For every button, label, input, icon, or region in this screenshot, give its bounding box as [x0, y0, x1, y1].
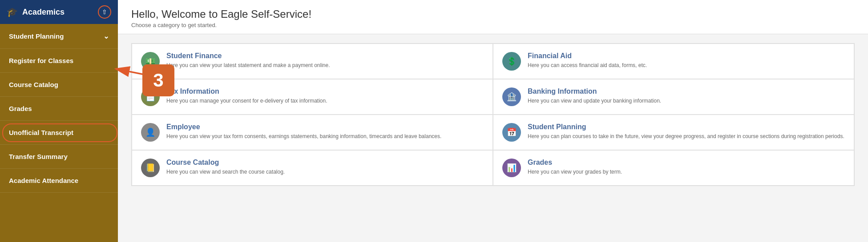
sidebar-item-label: Transfer Summary: [9, 153, 68, 160]
sidebar: 🎓 Academics ⇧ Student Planning ⌄ Registe…: [0, 0, 118, 242]
main-content-area: Hello, Welcome to Eagle Self-Service! Ch…: [118, 0, 868, 242]
banking-icon: 🏦: [502, 87, 521, 106]
page-header: Hello, Welcome to Eagle Self-Service! Ch…: [118, 0, 868, 34]
sidebar-item-transfer-summary[interactable]: Transfer Summary: [0, 145, 118, 169]
card-student-planning[interactable]: 📅 Student Planning Here you can plan cou…: [493, 115, 854, 150]
student-planning-icon: 📅: [502, 123, 521, 142]
card-description: Here you can view and update your bankin…: [528, 97, 661, 105]
card-banking-information[interactable]: 🏦 Banking Information Here you can view …: [493, 79, 854, 115]
card-title: Student Finance: [166, 52, 330, 60]
sidebar-item-grades[interactable]: Grades: [0, 97, 118, 121]
card-description: Here you can access financial aid data, …: [528, 62, 647, 69]
card-title: Tax Information: [166, 87, 327, 95]
tax-info-icon: 📄: [141, 87, 160, 106]
card-financial-aid[interactable]: 💲 Financial Aid Here you can access fina…: [493, 44, 854, 79]
card-title: Grades: [528, 159, 622, 167]
sidebar-item-register-for-classes[interactable]: Register for Classes: [0, 49, 118, 73]
sidebar-item-label: Course Catalog: [9, 81, 58, 88]
graduation-cap-icon: 🎓: [7, 7, 18, 17]
card-description: Here you can view your grades by term.: [528, 168, 622, 176]
sidebar-item-academic-attendance[interactable]: Academic Attendance: [0, 169, 118, 193]
card-description: Here you can view your tax form consents…: [166, 133, 441, 140]
sidebar-item-label: Register for Classes: [9, 57, 73, 64]
card-description: Here you can view your latest statement …: [166, 62, 330, 69]
card-title: Course Catalog: [166, 159, 285, 167]
sidebar-item-label: Academic Attendance: [9, 177, 78, 184]
sidebar-item-label: Grades: [9, 105, 32, 112]
student-finance-icon: 💵: [141, 52, 160, 71]
sidebar-title: Academics: [22, 8, 93, 17]
cards-container: 💵 Student Finance Here you can view your…: [118, 34, 868, 242]
course-catalog-icon: 📒: [141, 159, 160, 177]
card-description: Here you can manage your consent for e-d…: [166, 97, 327, 105]
card-student-finance[interactable]: 💵 Student Finance Here you can view your…: [132, 44, 493, 79]
sidebar-item-unofficial-transcript[interactable]: Unofficial Transcript: [0, 121, 118, 145]
card-title: Employee: [166, 123, 441, 131]
card-tax-information[interactable]: 📄 Tax Information Here you can manage yo…: [132, 79, 493, 115]
service-cards-grid: 💵 Student Finance Here you can view your…: [131, 43, 855, 186]
sidebar-item-label: Unofficial Transcript: [9, 129, 73, 136]
card-description: Here you can view and search the course …: [166, 168, 285, 176]
sidebar-item-course-catalog[interactable]: Course Catalog: [0, 73, 118, 97]
sidebar-item-student-planning[interactable]: Student Planning ⌄: [0, 24, 118, 49]
card-description: Here you can plan courses to take in the…: [528, 133, 844, 140]
financial-aid-icon: 💲: [502, 52, 521, 71]
employee-icon: 👤: [141, 123, 160, 142]
grades-icon: 📊: [502, 159, 521, 177]
card-title: Student Planning: [528, 123, 844, 131]
card-title: Banking Information: [528, 87, 661, 95]
card-title: Financial Aid: [528, 52, 647, 60]
chevron-down-icon: ⌄: [103, 32, 109, 40]
card-employee[interactable]: 👤 Employee Here you can view your tax fo…: [132, 115, 493, 150]
sidebar-item-label: Student Planning: [9, 32, 64, 40]
sidebar-collapse-button[interactable]: ⇧: [98, 5, 111, 19]
card-course-catalog[interactable]: 📒 Course Catalog Here you can view and s…: [132, 150, 493, 186]
sidebar-header: 🎓 Academics ⇧: [0, 0, 118, 24]
page-title: Hello, Welcome to Eagle Self-Service!: [131, 8, 855, 20]
page-subtitle: Choose a category to get started.: [131, 22, 855, 28]
card-grades[interactable]: 📊 Grades Here you can view your grades b…: [493, 150, 854, 186]
